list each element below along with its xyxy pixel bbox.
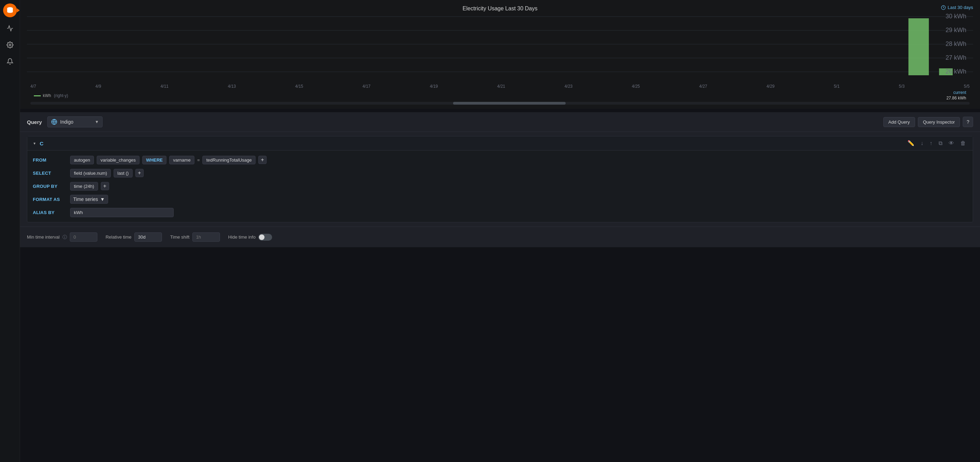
x-label-7: 4/19 [430, 84, 438, 89]
chevron-down-icon: ▼ [95, 119, 99, 124]
main-content: Electricity Usage Last 30 Days Last 30 d… [20, 0, 980, 462]
clock-icon [941, 5, 946, 10]
alias-by-input[interactable] [70, 208, 174, 217]
group-by-label: GROUP BY [33, 184, 67, 189]
x-label-15: 5/5 [964, 84, 970, 89]
hide-time-info-group: Hide time info [228, 234, 272, 241]
from-measurement[interactable]: variable_changes [97, 156, 140, 164]
svg-point-1 [9, 44, 11, 46]
toggle-visibility-button[interactable]: 👁 [947, 140, 956, 147]
min-time-interval-input[interactable] [70, 233, 97, 242]
sidebar-item-alerts[interactable] [3, 54, 17, 69]
move-up-button[interactable]: ↑ [928, 140, 934, 147]
sidebar [0, 0, 20, 462]
query-header-actions: Add Query Query Inspector ? [883, 117, 973, 127]
add-select-button[interactable]: + [135, 169, 144, 177]
group-by-value[interactable]: time (24h) [70, 182, 98, 191]
chart-area: Electricity Usage Last 30 Days Last 30 d… [20, 0, 980, 109]
database-icon [6, 6, 14, 14]
select-field[interactable]: field (value.num) [70, 169, 111, 177]
delete-query-button[interactable]: 🗑 [959, 140, 967, 147]
time-shift-group: Time shift [170, 233, 220, 242]
add-group-by-button[interactable]: + [101, 182, 109, 190]
legend-line [34, 95, 41, 96]
query-row-actions: ✏️ ↓ ↑ ⧉ 👁 🗑 [906, 140, 967, 147]
format-as-value: Time series [73, 196, 98, 202]
relative-time-input[interactable] [134, 233, 162, 242]
x-label-12: 4/29 [767, 84, 775, 89]
chart-svg: 30 kWh 29 kWh 28 kWh 27 kWh 26 kWh [27, 13, 973, 82]
format-as-chevron: ▼ [100, 196, 105, 202]
sidebar-logo[interactable] [3, 3, 17, 17]
x-axis: 4/7 4/9 4/11 4/13 4/15 4/17 4/19 4/21 4/… [27, 83, 973, 89]
datasource-name: Indigo [60, 119, 92, 125]
current-label: current [953, 90, 966, 95]
svg-text:27 kWh: 27 kWh [945, 54, 966, 61]
chart-icon [6, 25, 13, 32]
from-label: FROM [33, 158, 67, 162]
x-label-8: 4/21 [497, 84, 505, 89]
x-label-6: 4/17 [363, 84, 371, 89]
svg-rect-8 [908, 18, 929, 75]
x-label-5: 4/15 [295, 84, 303, 89]
collapse-icon[interactable]: ▼ [33, 142, 36, 145]
time-range[interactable]: Last 30 days [941, 5, 973, 10]
edit-query-button[interactable]: ✏️ [906, 140, 916, 147]
format-as-select[interactable]: Time series ▼ [70, 195, 108, 204]
duplicate-query-button[interactable]: ⧉ [937, 140, 944, 147]
select-row: SELECT field (value.num) last () + [27, 166, 973, 180]
datasource-selector[interactable]: Indigo ▼ [47, 116, 103, 127]
chart-legend: kWh (right-y) [30, 91, 68, 99]
legend-label: kWh [43, 93, 51, 98]
sidebar-item-settings[interactable] [3, 38, 17, 52]
x-label-1: 4/7 [30, 84, 36, 89]
query-header: Query Indigo ▼ Add Query Query Inspector… [20, 112, 980, 132]
select-label: SELECT [33, 170, 67, 176]
legend-suffix: (right-y) [54, 93, 68, 98]
time-shift-label: Time shift [170, 234, 189, 240]
query-row-c: ▼ C ✏️ ↓ ↑ ⧉ 👁 🗑 FROM autogen variable_c… [27, 136, 973, 222]
min-time-interval-label: Min time interval [27, 234, 60, 240]
from-table[interactable]: autogen [70, 156, 94, 164]
hide-time-info-label: Hide time info [228, 234, 256, 240]
where-operator: = [197, 158, 200, 162]
current-value: 27.86 kWh [947, 96, 966, 100]
x-label-3: 4/11 [161, 84, 169, 89]
where-label: WHERE [142, 156, 167, 164]
bottom-options: Min time interval ⓘ Relative time Time s… [20, 226, 980, 247]
select-fn[interactable]: last () [114, 169, 133, 177]
group-by-row: GROUP BY time (24h) + [27, 180, 973, 193]
hide-time-info-toggle[interactable] [258, 234, 272, 241]
x-label-9: 4/23 [565, 84, 573, 89]
svg-text:29 kWh: 29 kWh [945, 27, 966, 33]
format-as-label: FORMAT AS [33, 197, 67, 202]
x-label-14: 5/3 [899, 84, 905, 89]
alias-by-row: ALIAS BY [27, 206, 973, 219]
x-label-11: 4/27 [699, 84, 707, 89]
query-builder: FROM autogen variable_changes WHERE varn… [27, 151, 973, 222]
where-value[interactable]: tedRunningTotalUsage [202, 156, 256, 164]
chart-title: Electricity Usage Last 30 Days [27, 6, 973, 12]
chart-scrollbar[interactable] [30, 102, 970, 105]
add-where-button[interactable]: + [258, 156, 267, 164]
sidebar-item-chart[interactable] [3, 21, 17, 35]
relative-time-label: Relative time [106, 234, 132, 240]
datasource-icon [51, 119, 57, 125]
bell-icon [6, 58, 13, 65]
gear-icon [6, 41, 13, 48]
x-label-2: 4/9 [95, 84, 101, 89]
relative-time-group: Relative time [106, 233, 162, 242]
add-query-button[interactable]: Add Query [883, 117, 915, 127]
move-down-button[interactable]: ↓ [919, 140, 925, 147]
chart-scrollbar-thumb[interactable] [453, 102, 566, 105]
svg-text:26 kWh: 26 kWh [945, 68, 966, 75]
query-letter: C [40, 140, 43, 147]
where-field[interactable]: varname [169, 156, 194, 164]
x-label-4: 4/13 [228, 84, 236, 89]
x-label-13: 5/1 [834, 84, 840, 89]
time-shift-input[interactable] [192, 233, 220, 242]
help-button[interactable]: ? [963, 117, 973, 127]
alias-by-label: ALIAS BY [33, 210, 67, 215]
query-inspector-button[interactable]: Query Inspector [918, 117, 960, 127]
min-time-interval-info-icon[interactable]: ⓘ [62, 234, 67, 240]
